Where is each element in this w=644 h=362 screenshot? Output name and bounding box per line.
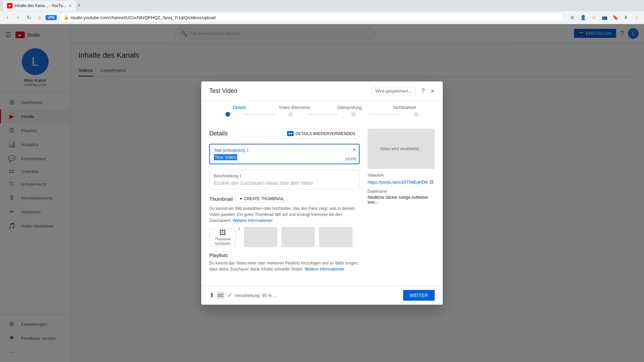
download-button[interactable]: ⬇ — [621, 13, 631, 22]
video-link-label: Videolink — [368, 173, 435, 178]
footer-processing-text: Verarbeitung: 95 % ... — [235, 293, 277, 298]
title-selected-text: Test Video — [214, 154, 237, 160]
modal-footer: ⬆ CC ✓ Verarbeitung: 95 % ... WEITER — [201, 286, 443, 305]
title-input-wrapper[interactable]: Titel (erforderlich) ℹ Test Video 10/100… — [209, 144, 360, 164]
step-label-video-elemente: Video-Elemente — [267, 105, 322, 110]
playlists-section: Playlists Du kannst das Video einer oder… — [209, 252, 360, 272]
step-label-sichtbarkeit: Sichtbarkeit — [377, 105, 432, 110]
description-field: Beschreibung ℹ Erzähle den Zuschauern et… — [209, 170, 360, 189]
modal-close-button[interactable]: × — [431, 87, 435, 95]
check-circle-icon: ✓ — [227, 292, 232, 299]
create-thumbnail-label: CREATE THUMBNAIL — [244, 196, 284, 201]
description-label: Beschreibung — [214, 174, 238, 178]
back-button[interactable]: ‹ — [3, 13, 12, 22]
vpn-badge[interactable]: VPN — [46, 15, 57, 20]
section-title-row: Details b▾ DETAILS WIEDERVERWENDEN — [209, 129, 360, 138]
thumbnail-more-info-link[interactable]: Weitere Informationen — [233, 218, 272, 223]
thumbnail-preview-3[interactable] — [319, 227, 353, 247]
upload-modal: Test Video Wird gespeichert... ? × Detai… — [201, 81, 443, 305]
thumbnail-description: Du kannst ein Bild auswählen oder hochla… — [209, 205, 360, 224]
address-bar[interactable]: 🔒 studio.youtube.com/channel/UCocN6zQPHQ… — [59, 13, 564, 22]
title-char-count: 10/100 — [345, 157, 356, 161]
modal-overlay: Test Video Wird gespeichert... ? × Detai… — [0, 24, 644, 362]
title-field-label: Titel (erforderlich) — [214, 148, 246, 153]
forward-button[interactable]: › — [13, 13, 23, 22]
thumbnail-section: Thumbnail ✦ CREATE THUMBNAIL Du kannst e… — [209, 195, 360, 247]
thumbnail-upload-info-icon: ℹ — [238, 226, 240, 231]
title-info-icon[interactable]: ℹ — [247, 148, 249, 153]
description-placeholder: Erzähle den Zuschauern etwas über dein V… — [214, 180, 355, 186]
file-label: Dateiname — [368, 189, 435, 194]
thumbnail-options: 🖼 Thumbnail hochladen ℹ — [209, 227, 360, 247]
copy-url-button[interactable]: ⧉ — [430, 179, 433, 185]
profile-button[interactable]: 👤 — [578, 13, 588, 22]
step-line-2 — [306, 114, 338, 115]
playlists-label: Playlists — [209, 252, 360, 258]
step-dots-row — [212, 112, 432, 117]
create-thumbnail-button[interactable]: ✦ CREATE THUMBNAIL — [235, 195, 288, 203]
modal-left-panel: Details b▾ DETAILS WIEDERVERWENDEN Titel… — [209, 129, 360, 278]
stepper-container: Details Video-Elemente Überprüfung Sicht… — [201, 101, 443, 121]
file-name: Niedliche Sticker lustige Aufkleber was.… — [368, 195, 435, 204]
step-dot-ueberpruefung — [351, 112, 356, 117]
thumbnail-info-icon-btn[interactable]: ℹ — [238, 226, 240, 231]
reuse-label: DETAILS WIEDERVERWENDEN — [296, 131, 355, 136]
thumbnail-preview-1[interactable] — [244, 227, 277, 247]
home-button[interactable]: ⌂ — [35, 13, 44, 22]
thumbnail-magic-icon: ✦ — [239, 196, 243, 201]
thumbnail-label: Thumbnail — [209, 196, 233, 202]
tab-favicon: ▶ — [7, 3, 12, 8]
thumbnail-upload-label-line2: hochladen — [215, 242, 230, 245]
help-modal-button[interactable]: ? — [419, 87, 427, 95]
new-tab-button[interactable]: + — [77, 2, 81, 9]
description-info-icon[interactable]: ℹ — [239, 173, 241, 178]
description-wrapper[interactable]: Beschreibung ℹ Erzähle den Zuschauern et… — [209, 170, 360, 189]
step-line-1 — [244, 114, 275, 115]
modal-title: Test Video — [209, 87, 372, 95]
weiter-button[interactable]: WEITER — [403, 290, 435, 301]
details-section-title: Details — [209, 130, 228, 137]
footer-left: ⬆ CC ✓ Verarbeitung: 95 % ... — [209, 292, 399, 299]
modal-header-right: Wird gespeichert... ? × — [372, 87, 435, 95]
thumbnail-preview-2[interactable] — [281, 227, 315, 247]
footer-upload-icon-btn[interactable]: ⬆ — [209, 292, 214, 299]
step-dot-3-wrap — [338, 112, 369, 117]
upload-icon: 🖼 — [219, 229, 226, 237]
extensions-button[interactable]: ⊞ — [568, 13, 577, 22]
playlists-more-info-link[interactable]: Weitere Informationen — [305, 267, 344, 272]
thumbnail-desc-text: Du kannst ein Bild auswählen oder hochla… — [209, 206, 355, 223]
modal-body: Details b▾ DETAILS WIEDERVERWENDEN Titel… — [201, 121, 443, 286]
title-clear-button[interactable]: ✕ — [353, 147, 356, 152]
tab-close-button[interactable]: × — [69, 3, 71, 8]
saving-badge: Wird gespeichert... — [372, 87, 415, 95]
step-line-3 — [369, 114, 401, 115]
step-label-ueberpruefung: Überprüfung — [322, 105, 377, 110]
reload-button[interactable]: ↻ — [24, 13, 34, 22]
modal-header: Test Video Wird gespeichert... ? × — [201, 81, 443, 101]
details-reuse-button[interactable]: b▾ DETAILS WIEDERVERWENDEN — [283, 129, 360, 138]
footer-caption-btn[interactable]: CC — [217, 292, 224, 299]
browser-tab[interactable]: ▶ Inhalte des Kana... - YouTu... × — [3, 0, 76, 11]
step-dot-4-wrap — [400, 112, 432, 117]
url-text: studio.youtube.com/channel/UCocN6zQPHQZ_… — [71, 15, 559, 20]
step-labels: Details Video-Elemente Überprüfung Sicht… — [212, 105, 432, 110]
menu-button[interactable]: ⋮ — [632, 13, 641, 22]
lock-icon: 🔒 — [64, 15, 69, 20]
tab-title: Inhalte des Kana... - YouTu... — [14, 3, 66, 8]
processing-text: Video wird verarbeitet... — [380, 146, 422, 151]
thumbnail-upload-button[interactable]: 🖼 Thumbnail hochladen — [209, 228, 236, 246]
modal-right-panel: Video wird verarbeitet... Videolink http… — [368, 129, 435, 278]
title-field: Titel (erforderlich) ℹ Test Video 10/100… — [209, 144, 360, 164]
cast-button[interactable]: 📺 — [600, 13, 609, 22]
step-dot-sichtbarkeit — [414, 112, 419, 117]
star-button[interactable]: ☆ — [589, 13, 598, 22]
video-preview: Video wird verarbeitet... — [368, 129, 435, 169]
thumbnail-upload-label-line1: Thumbnail — [215, 237, 231, 241]
step-dot-2-wrap — [275, 112, 306, 117]
step-dot-1-wrap — [212, 112, 244, 117]
video-link-row: https://youtu.be/v1RTMlEqHD8 ⧉ — [368, 179, 435, 185]
video-url-link[interactable]: https://youtu.be/v1RTMlEqHD8 — [368, 180, 428, 185]
reuse-badge-icon: b▾ — [287, 131, 293, 136]
bookmark-button[interactable]: 🔖 — [610, 13, 620, 22]
step-dot-video-elemente — [288, 112, 293, 117]
